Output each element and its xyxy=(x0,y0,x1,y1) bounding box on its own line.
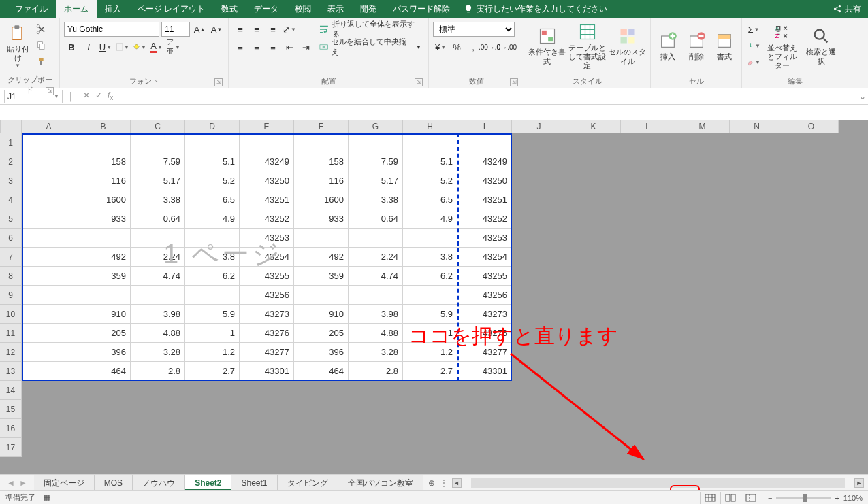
tab-view[interactable]: 表示 xyxy=(319,0,352,18)
cell[interactable] xyxy=(403,229,457,248)
cell[interactable] xyxy=(512,229,566,248)
cell[interactable]: 933 xyxy=(76,209,131,229)
cell[interactable] xyxy=(76,419,131,438)
cell[interactable] xyxy=(512,362,566,381)
col-header-J[interactable]: J xyxy=(512,120,566,133)
cell[interactable]: 43252 xyxy=(457,209,512,229)
cell[interactable]: 3.98 xyxy=(131,305,185,324)
cell[interactable] xyxy=(621,248,675,267)
cell[interactable] xyxy=(512,209,566,229)
row-header-14[interactable]: 14 xyxy=(0,381,22,400)
col-header-E[interactable]: E xyxy=(240,120,294,133)
cell[interactable] xyxy=(76,229,131,248)
cell[interactable] xyxy=(185,381,240,400)
sheet-tab-全国パソコン教室[interactable]: 全国パソコン教室 xyxy=(338,475,423,490)
cell[interactable] xyxy=(621,152,675,171)
cell[interactable] xyxy=(403,438,457,457)
cell[interactable] xyxy=(730,267,784,286)
cell[interactable]: 933 xyxy=(294,209,349,229)
cell[interactable] xyxy=(675,171,730,190)
cell[interactable] xyxy=(730,438,784,457)
cell[interactable]: 910 xyxy=(76,305,131,324)
cell[interactable] xyxy=(22,438,76,457)
cell[interactable] xyxy=(566,267,621,286)
col-header-G[interactable]: G xyxy=(349,120,403,133)
col-header-I[interactable]: I xyxy=(457,120,512,133)
cell[interactable]: 43249 xyxy=(457,152,512,171)
align-left-button[interactable]: ≡ xyxy=(233,39,248,54)
tell-me[interactable]: 実行したい作業を入力してください xyxy=(464,3,607,15)
row-header-17[interactable]: 17 xyxy=(0,438,22,457)
cell[interactable] xyxy=(22,267,76,286)
cell[interactable] xyxy=(675,324,730,343)
cell[interactable] xyxy=(512,438,566,457)
cell[interactable] xyxy=(512,286,566,305)
tab-formulas[interactable]: 数式 xyxy=(213,0,246,18)
cell[interactable]: 43256 xyxy=(240,286,294,305)
cell[interactable]: 5.1 xyxy=(403,152,457,171)
cell[interactable] xyxy=(730,248,784,267)
cell[interactable] xyxy=(22,229,76,248)
column-headers[interactable]: ABCDEFGHIJKLMNO xyxy=(22,120,839,133)
cell[interactable] xyxy=(76,286,131,305)
cell[interactable] xyxy=(784,381,839,400)
sheet-tab-ノウハウ[interactable]: ノウハウ xyxy=(133,475,185,490)
cell[interactable]: 359 xyxy=(76,267,131,286)
cell[interactable] xyxy=(457,400,512,419)
cell[interactable] xyxy=(403,400,457,419)
cell[interactable]: 5.2 xyxy=(185,171,240,190)
sheet-nav-next[interactable]: ► xyxy=(19,478,27,488)
cell[interactable] xyxy=(22,419,76,438)
cell[interactable]: 2.8 xyxy=(349,362,403,381)
cell[interactable] xyxy=(240,400,294,419)
cell[interactable] xyxy=(294,419,349,438)
fill-color-button[interactable]: ▼ xyxy=(132,39,147,54)
cell[interactable]: 43253 xyxy=(457,229,512,248)
conditional-format-button[interactable]: 条件付き書式 xyxy=(528,19,566,73)
col-header-B[interactable]: B xyxy=(76,120,131,133)
cell[interactable]: 43250 xyxy=(240,171,294,190)
cell[interactable]: 3.38 xyxy=(349,190,403,209)
cell[interactable]: 2.24 xyxy=(349,248,403,267)
row-header-10[interactable]: 10 xyxy=(0,305,22,324)
cell[interactable] xyxy=(566,248,621,267)
cell[interactable]: 0.64 xyxy=(131,209,185,229)
cell[interactable] xyxy=(675,343,730,362)
cell[interactable]: 1600 xyxy=(76,190,131,209)
cell[interactable] xyxy=(22,248,76,267)
cell[interactable] xyxy=(131,286,185,305)
cell[interactable] xyxy=(730,171,784,190)
cell[interactable] xyxy=(294,229,349,248)
cell[interactable] xyxy=(512,324,566,343)
tab-data[interactable]: データ xyxy=(246,0,287,18)
accounting-format-button[interactable]: ¥▼ xyxy=(433,39,448,54)
cell[interactable]: 2.8 xyxy=(131,362,185,381)
cell[interactable] xyxy=(131,381,185,400)
row-headers[interactable]: 1234567891011121314151617 xyxy=(0,133,22,457)
cell[interactable] xyxy=(621,438,675,457)
cell[interactable] xyxy=(22,343,76,362)
cell[interactable] xyxy=(784,324,839,343)
row-header-3[interactable]: 3 xyxy=(0,171,22,190)
cell[interactable] xyxy=(349,419,403,438)
tab-file[interactable]: ファイル xyxy=(7,0,56,18)
cell[interactable]: 43301 xyxy=(240,362,294,381)
zoom-level[interactable]: 110% xyxy=(843,494,863,502)
cell[interactable] xyxy=(131,438,185,457)
cell[interactable] xyxy=(22,381,76,400)
row-header-6[interactable]: 6 xyxy=(0,229,22,248)
cell[interactable] xyxy=(240,438,294,457)
cell[interactable] xyxy=(621,324,675,343)
cell[interactable] xyxy=(185,133,240,152)
enter-formula-button[interactable]: ✓ xyxy=(95,90,102,101)
align-center-button[interactable]: ≡ xyxy=(249,39,264,54)
hscroll-left-button[interactable]: ◄ xyxy=(452,478,462,488)
cell[interactable] xyxy=(621,171,675,190)
zoom-out-button[interactable]: − xyxy=(768,494,772,502)
sheet-tab-Sheet2[interactable]: Sheet2 xyxy=(185,475,231,490)
cell[interactable] xyxy=(784,190,839,209)
cell[interactable]: 3.28 xyxy=(349,343,403,362)
cell[interactable]: 43249 xyxy=(240,152,294,171)
cell[interactable] xyxy=(784,209,839,229)
cell[interactable]: 43273 xyxy=(240,305,294,324)
